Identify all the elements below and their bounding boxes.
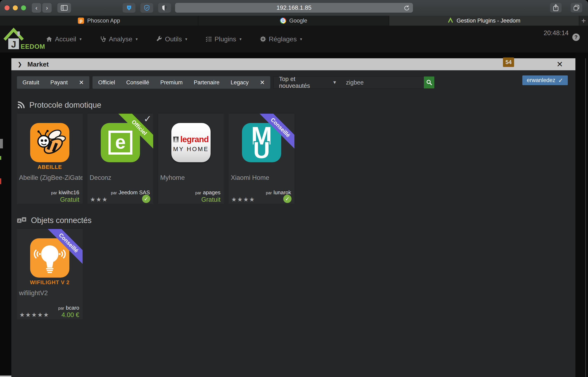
svg-text:U: U (253, 137, 270, 162)
bee-icon (32, 125, 67, 160)
close-window-button[interactable] (5, 5, 10, 10)
wrench-icon (156, 36, 163, 42)
menu-plugins[interactable]: Plugins ▾ (205, 35, 242, 43)
menu-analyse[interactable]: Analyse ▾ (100, 35, 138, 43)
sidebar-toggle-button[interactable] (57, 3, 71, 13)
gear-icon (260, 36, 266, 42)
plugin-price: Gratuit (201, 196, 221, 203)
tab-jeedom-active[interactable]: Gestion Plugins - Jeedom (389, 16, 579, 26)
filter-conseille[interactable]: Conseillé (121, 76, 155, 89)
jeedom-brand-text: EEDOM (21, 43, 45, 50)
page-scrollbar[interactable] (575, 52, 588, 377)
plugin-name: Xiaomi Home (231, 174, 294, 181)
share-icon (553, 4, 559, 12)
filter-gratuit[interactable]: Gratuit (17, 76, 45, 89)
menu-reglages[interactable]: Réglages ▾ (260, 35, 302, 43)
plugin-cards-row: Conseillé (17, 229, 575, 319)
rss-icon (17, 101, 25, 109)
list-icon (205, 36, 212, 42)
share-button[interactable] (550, 3, 562, 12)
extension-button-1[interactable] (123, 3, 135, 13)
reload-icon (403, 5, 410, 11)
phoscon-icon: p (78, 18, 84, 24)
url-bar[interactable]: 192.168.1.85 (175, 3, 413, 13)
selected-check-icon: ✓ (144, 114, 152, 124)
section-objets-connectes: A Objets connectés (17, 216, 575, 225)
clear-category-filter-button[interactable]: ✕ (254, 76, 270, 89)
tab-phoscon[interactable]: p Phoscon App (0, 16, 198, 26)
plugin-author: parJeedom SAS (111, 189, 150, 196)
search-button[interactable] (424, 76, 435, 88)
scrollbar-track-line (585, 58, 586, 377)
market-panel-header: ❯ Market ✕ (11, 58, 575, 70)
jeedom-logo[interactable]: J EEDOM (3, 27, 40, 52)
plugin-author: parapages (195, 189, 221, 196)
close-market-button[interactable]: ✕ (556, 60, 563, 69)
stethoscope-icon (100, 36, 106, 42)
filter-premium[interactable]: Premium (155, 76, 188, 89)
zoom-window-button[interactable] (21, 5, 26, 10)
plugin-author: parkiwihc16 (51, 189, 79, 196)
chevron-down-icon: ▾ (185, 36, 187, 42)
reload-button[interactable] (403, 5, 410, 12)
update-count-badge[interactable]: 54 (503, 58, 514, 67)
plugin-rating-stars: ★★★★★ (19, 311, 49, 318)
plugin-card-xiaomi-home[interactable]: Conseillé M U Xiaomi Home parlunarok ★★★… (229, 114, 294, 204)
icon-caption: ABEILLE (17, 164, 83, 170)
new-tab-button[interactable]: + (579, 16, 588, 26)
market-panel: ❯ Market ✕ Gratuit Payant ✕ Officiel Con… (11, 58, 575, 377)
jeedom-navbar: J EEDOM Accueil ▾ Analyse ▾ (0, 26, 588, 52)
market-account-button[interactable]: erwanledez ✓ (522, 75, 568, 85)
tab-bar: p Phoscon App Google Gestion Plugins - J… (0, 16, 588, 26)
sort-dropdown[interactable]: Top et nouveautés ▼ (274, 76, 344, 88)
deconz-e-glyph: e (115, 132, 125, 152)
home-icon (46, 36, 52, 42)
background-page-artifact (0, 139, 3, 148)
section-protocole-domotique: Protocole domotique (17, 101, 575, 109)
plugin-rating-stars: ★★★★ (231, 196, 255, 203)
back-button[interactable]: ‹ (32, 3, 41, 13)
chevron-down-icon: ▾ (300, 36, 302, 42)
menu-outils[interactable]: Outils ▾ (156, 35, 187, 43)
menu-label: Analyse (109, 35, 132, 43)
jeedom-caret-icon (448, 18, 453, 24)
extension-button-2[interactable] (140, 3, 153, 13)
check-icon: ✓ (558, 77, 563, 84)
plugin-price: Gratuit (60, 196, 79, 203)
plugin-rating-stars: ★★★ (90, 196, 108, 203)
filter-payant[interactable]: Payant (45, 76, 73, 89)
legrand-brand-text: legrand (180, 135, 209, 144)
shield-check-extension-icon (144, 5, 150, 11)
plugin-card-wifilightv2[interactable]: Conseillé (17, 229, 83, 319)
filter-legacy[interactable]: Legacy (225, 76, 254, 89)
filter-partenaire[interactable]: Partenaire (188, 76, 225, 89)
plugin-card-deconz[interactable]: ✓ Officiel e Deconz parJeedom SAS ★★★ ✓ (88, 114, 153, 204)
dark-shield-extension-icon (161, 5, 168, 11)
myhome-sub-text: MY HOME (173, 146, 209, 153)
tab-label: Google (289, 18, 307, 24)
clear-price-filter-button[interactable]: ✕ (73, 76, 89, 89)
menu-label: Réglages (269, 35, 297, 43)
page-content: ❯ Market ✕ Gratuit Payant ✕ Officiel Con… (0, 52, 588, 377)
extension-button-3[interactable] (158, 3, 171, 13)
market-title: Market (27, 60, 49, 68)
blue-arrow-extension-icon (126, 5, 132, 11)
clock: 20:48:14 (544, 29, 569, 37)
search-input[interactable] (344, 76, 424, 88)
sort-search-bar: Top et nouveautés ▼ (273, 76, 435, 89)
minimize-window-button[interactable] (13, 5, 18, 10)
filter-officiel[interactable]: Officiel (92, 76, 121, 89)
sidebar-icon (61, 5, 68, 11)
tab-google[interactable]: Google (198, 16, 389, 26)
tab-overview-button[interactable] (571, 3, 582, 12)
help-button[interactable]: ? (572, 34, 580, 41)
myhome-plugin-icon: legrand MY HOME (171, 123, 211, 162)
market-filter-row: Gratuit Payant ✕ Officiel Conseillé Prem… (17, 76, 575, 89)
menu-accueil[interactable]: Accueil ▾ (46, 35, 82, 43)
plugin-card-myhome[interactable]: legrand MY HOME Myhome parapages Gratuit (158, 114, 224, 204)
menu-label: Accueil (55, 35, 76, 43)
chevron-right-icon: ❯ (18, 61, 22, 68)
plugin-name: Myhome (160, 174, 224, 181)
forward-button[interactable]: › (42, 3, 52, 13)
plugin-card-abeille[interactable]: ABEILLE Abeille (ZigBee-ZiGate) parkiwih… (17, 114, 83, 204)
